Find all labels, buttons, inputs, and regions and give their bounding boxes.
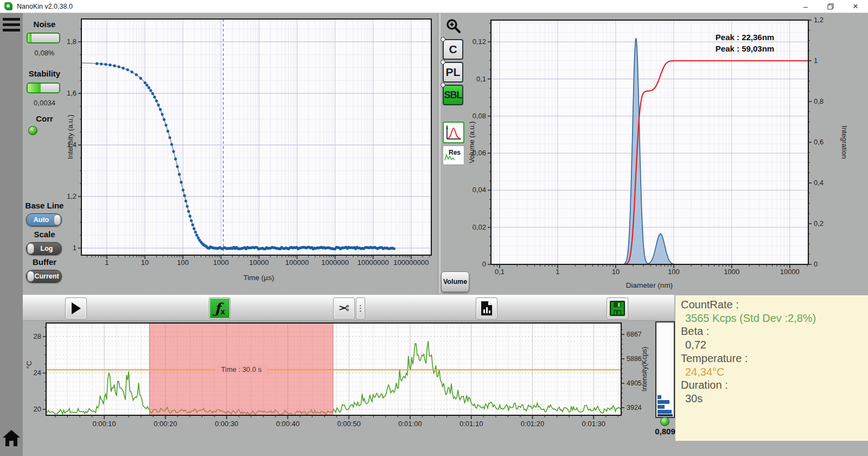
svg-text:0: 0: [482, 260, 486, 268]
close-button[interactable]: ×: [843, 0, 868, 13]
home-icon: [1, 428, 22, 448]
minimize-button[interactable]: –: [793, 0, 818, 13]
svg-text:1,8: 1,8: [67, 37, 76, 46]
save-button[interactable]: [607, 297, 628, 319]
temperature-label: Temperature :: [681, 352, 868, 365]
svg-text:0,08: 0,08: [473, 112, 486, 120]
svg-text:Peak : 22,36nm: Peak : 22,36nm: [716, 33, 774, 42]
intensity-gauge-bars: [658, 395, 673, 414]
c-mode-label: C: [449, 43, 457, 56]
svg-text:3924: 3924: [627, 404, 642, 411]
vertical-splitter[interactable]: [437, 13, 441, 293]
svg-text:Integration: Integration: [840, 125, 848, 159]
scissors-icon: ✂: [339, 301, 349, 316]
res-icon: Res: [444, 147, 463, 163]
peak-view-button[interactable]: [443, 122, 464, 143]
sbl-mode-button[interactable]: SBL: [443, 85, 463, 105]
svg-text:0,12: 0,12: [473, 37, 486, 46]
status-indicator: [660, 417, 669, 426]
peak-curve-icon: [445, 124, 462, 141]
intensity-gauge: [655, 321, 675, 418]
duration-value: 30s: [685, 392, 868, 406]
svg-text:0:01:30: 0:01:30: [582, 420, 605, 428]
svg-text:10: 10: [612, 268, 620, 276]
svg-text:1: 1: [105, 258, 108, 267]
distribution-chart[interactable]: Peak : 22,36nmPeak : 59,03nm0,1110100100…: [467, 14, 850, 296]
c-mode-button[interactable]: C: [443, 39, 463, 60]
minimize-icon: –: [803, 2, 808, 11]
report-button[interactable]: [476, 297, 497, 319]
corr-indicator: [28, 126, 37, 135]
svg-text:Volume (a.u.): Volume (a.u.): [468, 121, 476, 163]
svg-text:0:00:50: 0:00:50: [337, 420, 361, 428]
buffer-toggle[interactable]: Current: [26, 270, 62, 283]
svg-text:24: 24: [34, 369, 41, 377]
function-icon: ƒ: [215, 300, 221, 316]
svg-text:0,8: 0,8: [814, 97, 824, 105]
svg-text:0: 0: [814, 260, 818, 268]
fit-function-button[interactable]: ƒx: [209, 297, 231, 319]
svg-text:1000000: 1000000: [321, 258, 349, 267]
svg-text:Time (µs): Time (µs): [244, 274, 275, 282]
volume-mode-button[interactable]: Volume: [441, 271, 469, 292]
svg-text:0:00:40: 0:00:40: [276, 420, 299, 428]
scale-toggle[interactable]: Log: [26, 242, 62, 255]
svg-text:5886: 5886: [627, 355, 642, 363]
more-options-icon: ⋮: [356, 303, 365, 313]
svg-text:4905: 4905: [627, 379, 642, 387]
svg-text:10000: 10000: [249, 258, 269, 267]
cut-button[interactable]: ✂: [333, 297, 355, 319]
svg-text:1,2: 1,2: [814, 16, 824, 24]
svg-text:0,2: 0,2: [814, 219, 824, 227]
titlebar: NanoKin v2.0.38.0 – ×: [0, 0, 868, 13]
baseline-toggle[interactable]: Auto: [26, 213, 62, 226]
maximize-button[interactable]: [818, 0, 843, 13]
svg-text:100: 100: [668, 268, 680, 276]
temperature-value: 24,34°C: [685, 365, 868, 379]
cut-options-button[interactable]: ⋮: [356, 297, 365, 319]
pl-mode-button[interactable]: PL: [443, 62, 463, 83]
stability-value: 0,0034: [23, 99, 66, 107]
duration-label: Duration :: [681, 378, 868, 392]
volume-mode-label: Volume: [443, 278, 467, 286]
svg-text:100: 100: [177, 258, 189, 267]
svg-text:Time : 30.0 s: Time : 30.0 s: [221, 365, 261, 373]
svg-text:Peak : 59,03nm: Peak : 59,03nm: [716, 44, 774, 53]
menu-button[interactable]: [3, 18, 20, 34]
home-button[interactable]: [1, 428, 22, 448]
svg-text:1,2: 1,2: [67, 192, 76, 200]
svg-text:1: 1: [556, 268, 559, 276]
svg-text:1,6: 1,6: [67, 89, 76, 97]
save-icon: [610, 301, 625, 316]
export-report-icon: [480, 301, 493, 316]
svg-text:0:00:10: 0:00:10: [92, 420, 116, 428]
svg-text:0,1: 0,1: [476, 75, 486, 83]
svg-text:1000: 1000: [213, 258, 229, 267]
close-icon: ×: [853, 1, 858, 12]
correlation-chart[interactable]: 1101001000100001000001000000100000001000…: [66, 14, 438, 295]
scale-label: Scale: [23, 230, 66, 239]
svg-text:0,1: 0,1: [495, 268, 505, 276]
res-view-button[interactable]: Res: [443, 145, 464, 165]
intensity-gauge-base: [658, 414, 673, 416]
svg-text:1000: 1000: [724, 268, 739, 276]
svg-text:Res: Res: [449, 149, 461, 156]
svg-text:1: 1: [814, 56, 818, 65]
timeseries-chart[interactable]: Time : 30.0 s0:00:100:00:200:00:300:00:4…: [25, 318, 657, 446]
svg-text:0,6: 0,6: [814, 138, 824, 146]
zoom-icon: [445, 18, 462, 34]
svg-text:28: 28: [34, 332, 41, 340]
sbl-mode-label: SBL: [444, 90, 462, 101]
function-sub-icon: x: [221, 307, 225, 316]
play-icon: [71, 302, 81, 315]
play-button[interactable]: [65, 297, 87, 319]
scale-toggle-knob: [27, 243, 34, 254]
window-title: NanoKin v2.0.38.0: [17, 3, 73, 10]
svg-text:20: 20: [34, 405, 41, 413]
zoom-button[interactable]: [443, 15, 464, 37]
countrate-label: CountRate :: [681, 298, 868, 312]
buffer-label: Buffer: [23, 257, 66, 267]
svg-text:°C: °C: [25, 361, 33, 369]
svg-text:0:00:20: 0:00:20: [154, 420, 177, 428]
noise-gauge: [27, 33, 60, 43]
